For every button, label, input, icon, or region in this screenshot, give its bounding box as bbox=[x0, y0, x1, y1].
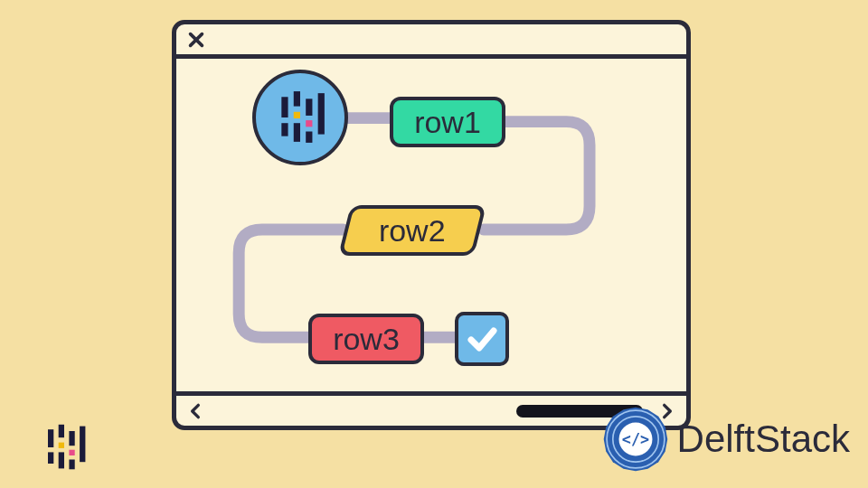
scroll-left-button[interactable] bbox=[184, 399, 207, 423]
svg-rect-8 bbox=[318, 93, 325, 134]
close-button[interactable] bbox=[184, 27, 209, 52]
chevron-left-icon bbox=[186, 401, 204, 421]
svg-rect-14 bbox=[69, 431, 74, 446]
brand: </> DelftStack bbox=[598, 401, 850, 477]
app-window: row1 row2 row3 bbox=[172, 20, 691, 430]
svg-rect-13 bbox=[59, 452, 64, 468]
row3-label: row3 bbox=[333, 322, 400, 357]
pandas-icon bbox=[40, 423, 89, 472]
svg-rect-7 bbox=[306, 132, 312, 143]
svg-rect-6 bbox=[306, 120, 312, 127]
svg-rect-12 bbox=[59, 443, 64, 448]
row2-node: row2 bbox=[338, 205, 486, 256]
svg-rect-16 bbox=[69, 460, 74, 470]
brand-badge: </> bbox=[598, 401, 674, 477]
row3-node: row3 bbox=[308, 314, 424, 364]
svg-rect-1 bbox=[281, 123, 288, 136]
pandas-icon bbox=[272, 89, 328, 145]
svg-rect-2 bbox=[294, 91, 300, 107]
svg-rect-5 bbox=[306, 99, 312, 116]
brand-name: DelftStack bbox=[677, 418, 850, 461]
close-icon bbox=[186, 30, 206, 50]
end-node bbox=[455, 312, 509, 366]
pandas-logo-small bbox=[38, 421, 90, 474]
gear-code-icon: </> bbox=[598, 401, 674, 477]
svg-rect-17 bbox=[80, 427, 85, 463]
svg-rect-3 bbox=[294, 112, 300, 118]
svg-text:</>: </> bbox=[621, 430, 648, 448]
svg-rect-10 bbox=[48, 452, 53, 464]
check-icon bbox=[464, 321, 500, 357]
svg-rect-9 bbox=[48, 429, 53, 447]
diagram-canvas: row1 row2 row3 bbox=[176, 59, 686, 391]
svg-rect-0 bbox=[281, 97, 288, 117]
row2-label: row2 bbox=[379, 213, 446, 249]
svg-rect-4 bbox=[294, 123, 300, 142]
row1-node: row1 bbox=[390, 97, 505, 147]
titlebar bbox=[176, 24, 686, 59]
svg-rect-11 bbox=[59, 425, 64, 437]
svg-rect-15 bbox=[69, 450, 74, 455]
row1-label: row1 bbox=[414, 105, 481, 140]
start-node bbox=[252, 70, 348, 165]
